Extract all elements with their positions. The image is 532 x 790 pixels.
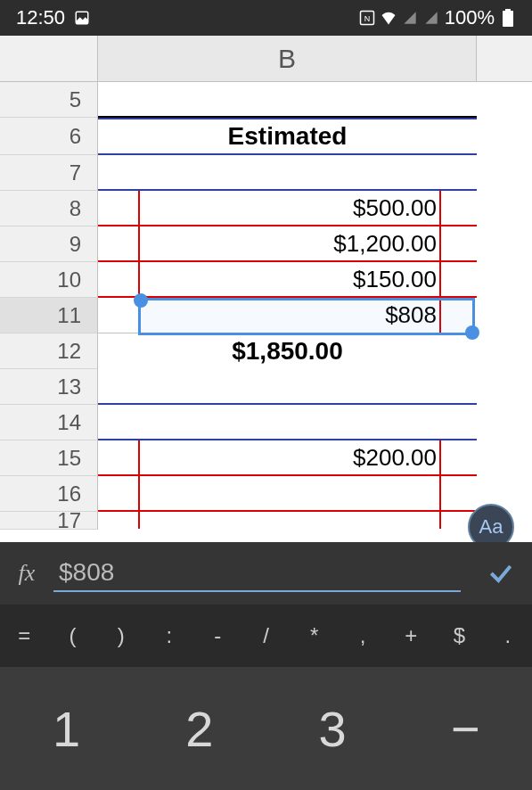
corner-cell[interactable] [0,36,98,81]
cell-b8-value: $500.00 [353,194,437,222]
column-header-b[interactable]: B [98,36,477,81]
check-icon [487,559,515,588]
key-subtract[interactable]: − [399,667,532,790]
column-header-c[interactable] [477,36,532,81]
cell-b7[interactable] [98,155,477,191]
nfc-icon: N [359,10,375,26]
image-icon [74,10,90,26]
row-header-16[interactable]: 16 [0,476,98,512]
key-rparen[interactable]: ) [97,613,145,659]
row-header-11[interactable]: 11 [0,298,98,333]
row-header-8[interactable]: 8 [0,191,98,226]
key-plus[interactable]: + [387,613,435,659]
formula-bar: fx [0,542,532,605]
numeric-keypad: 1 2 3 − [0,667,532,790]
key-3[interactable]: 3 [266,667,399,790]
aa-icon: Aa [479,515,503,539]
key-colon[interactable]: : [145,613,193,659]
key-dot[interactable]: . [484,613,532,659]
spreadsheet-grid[interactable]: B 5 6 Estimated 7 8 $500.00 9 $1,200.00 … [0,36,532,542]
cell-b15-value: $200.00 [353,444,437,472]
cell-b13[interactable] [98,369,477,405]
cell-b12[interactable]: $1,850.00 [98,333,477,369]
battery-percent: 100% [445,6,495,29]
cell-b14[interactable] [98,405,477,440]
svg-rect-3 [503,11,513,27]
row-header-14[interactable]: 14 [0,405,98,440]
formula-input[interactable] [53,555,383,590]
cell-b9[interactable]: $1,200.00 [98,226,477,262]
key-lparen[interactable]: ( [48,613,96,659]
confirm-button[interactable] [470,542,532,605]
cell-b6[interactable]: Estimated [98,118,477,155]
row-header-7[interactable]: 7 [0,155,98,191]
row-header-5[interactable]: 5 [0,82,98,118]
cell-b8[interactable]: $500.00 [98,191,477,226]
cell-b16[interactable] [98,476,477,512]
text-format-fab[interactable]: Aa [468,504,514,542]
row-header-12[interactable]: 12 [0,333,98,369]
fx-icon: fx [0,560,53,587]
signal-icon-1 [402,10,418,26]
key-slash[interactable]: / [241,613,290,659]
row-header-15[interactable]: 15 [0,440,98,476]
status-time: 12:50 [16,6,65,29]
status-bar: 12:50 N 100% [0,0,532,36]
key-dollar[interactable]: $ [435,613,483,659]
key-2[interactable]: 2 [133,667,266,790]
cell-b15[interactable]: $200.00 [98,440,477,476]
key-comma[interactable]: , [339,613,387,659]
row-header-17[interactable]: 17 [0,512,98,530]
key-equals[interactable]: = [0,613,48,659]
cell-b9-value: $1,200.00 [333,230,437,258]
key-star[interactable]: * [291,613,339,659]
key-1[interactable]: 1 [0,667,133,790]
row-header-10[interactable]: 10 [0,262,98,298]
cell-b10-value: $150.00 [353,266,437,293]
key-minus[interactable]: - [193,613,241,659]
svg-rect-4 [505,9,511,12]
cell-b5[interactable] [98,82,477,118]
wifi-icon [381,10,397,26]
row-header-9[interactable]: 9 [0,226,98,262]
row-header-6[interactable]: 6 [0,118,98,155]
symbol-keyboard-row: = ( ) : - / * , + $ . [0,605,532,667]
signal-icon-2 [423,10,439,26]
row-header-13[interactable]: 13 [0,369,98,405]
cell-b11-value: $808 [385,301,437,329]
svg-text:N: N [364,14,370,23]
cell-b17[interactable] [98,512,477,530]
cell-b11[interactable]: $808 [98,298,477,333]
cell-b10[interactable]: $150.00 [98,262,477,298]
battery-icon [500,10,516,26]
